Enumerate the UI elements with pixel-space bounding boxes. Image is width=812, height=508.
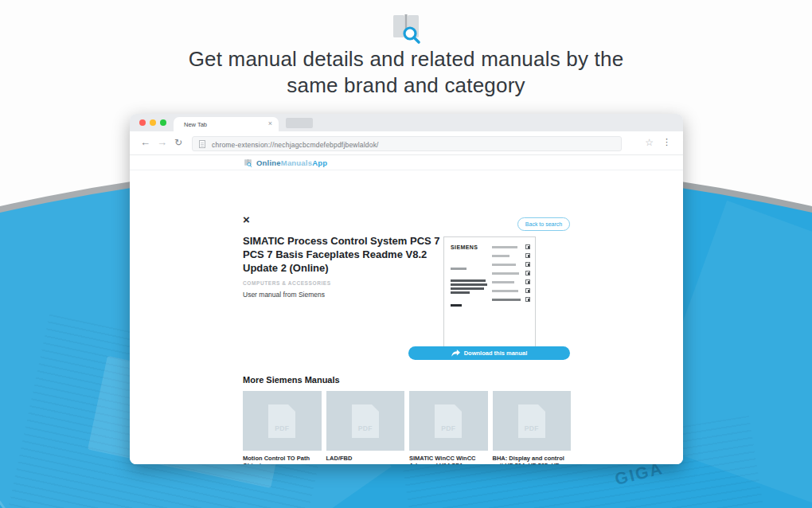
- browser-toolbar: ← → ↻ chrome-extension://nechjagcbcmdefe…: [130, 131, 683, 155]
- manual-card[interactable]: PDF BHA: Display and control unit UP 504…: [493, 391, 572, 464]
- pdf-icon: PDF: [435, 404, 462, 438]
- preview-toc-row: [492, 271, 530, 276]
- manual-detail-title: SIMATIC Process Control System PCS 7 PCS…: [243, 234, 451, 275]
- download-manual-label: Download this manual: [464, 350, 528, 357]
- browser-tab[interactable]: New Tab ×: [174, 117, 279, 131]
- window-maximize-button[interactable]: [160, 119, 166, 126]
- page-header: OnlineManualsApp: [130, 155, 683, 170]
- manual-thumbnail: PDF: [243, 391, 322, 451]
- app-logo-text: OnlineManualsApp: [256, 158, 327, 167]
- bookmark-star-icon[interactable]: ☆: [645, 137, 654, 148]
- manual-detail-category: COMPUTERS & ACCESSORIES: [243, 280, 331, 286]
- manual-thumbnail: PDF: [409, 391, 488, 451]
- logo-part-manuals: Manuals: [281, 158, 312, 167]
- browser-menu-icon[interactable]: ⋮: [662, 137, 671, 147]
- back-icon[interactable]: ←: [140, 136, 150, 148]
- preview-toc-row: [492, 297, 530, 303]
- manual-detail-subtitle: User manual from Siemens: [243, 291, 325, 299]
- manual-card[interactable]: PDF SIMATIC WinCC WinCC Advanced V14 SP1…: [409, 391, 488, 464]
- share-arrow-icon: [451, 350, 460, 357]
- preview-toc-row: [492, 253, 530, 259]
- manual-card-title: LAD/FBD: [326, 455, 405, 462]
- section-heading-siemens: More Siemens Manuals: [243, 375, 340, 385]
- app-logo[interactable]: OnlineManualsApp: [243, 158, 327, 168]
- manual-card[interactable]: PDF Motion Control TO Path Object COMPUT…: [243, 391, 322, 464]
- manual-card[interactable]: PDF LAD/FBD COMPUTERS & ACCESSORIES: [326, 391, 405, 464]
- preview-brand-text: SIEMENS: [451, 244, 478, 250]
- siemens-cards-row: PDF Motion Control TO Path Object COMPUT…: [243, 391, 571, 464]
- preview-toc-row: [492, 262, 530, 268]
- browser-window: New Tab × ← → ↻ chrome-extension://nechj…: [130, 114, 683, 464]
- manual-card-title: SIMATIC WinCC WinCC Advanced V14 SP1 - O…: [409, 455, 488, 464]
- hero-headline-line2: same brand and category: [0, 72, 812, 99]
- pdf-icon: PDF: [518, 404, 545, 438]
- screenshot-stage: GIGA Get manual details and related manu…: [0, 0, 812, 508]
- manual-card-category: COMPUTERS & ACCESSORIES: [326, 463, 405, 464]
- logo-part-online: Online: [256, 158, 281, 167]
- tab-title: New Tab: [184, 121, 207, 128]
- pdf-icon: PDF: [352, 404, 379, 438]
- app-logo-icon: [243, 158, 253, 168]
- preview-toc-row: [492, 244, 530, 250]
- manual-card-title: Motion Control TO Path Object: [243, 455, 322, 464]
- hero-headline: Get manual details and related manuals b…: [0, 46, 812, 99]
- hero-headline-line1: Get manual details and related manuals b…: [0, 46, 812, 72]
- new-tab-button[interactable]: [286, 118, 313, 128]
- extension-page: OnlineManualsApp × Back to search SIMATI…: [130, 155, 683, 464]
- address-bar[interactable]: chrome-extension://nechjagcbcmdefebpdfjb…: [192, 136, 622, 151]
- preview-toc-row: [492, 279, 530, 285]
- logo-part-app: App: [312, 158, 327, 167]
- close-icon[interactable]: ×: [243, 214, 250, 225]
- download-manual-button[interactable]: Download this manual: [408, 346, 570, 360]
- url-text: chrome-extension://nechjagcbcmdefebpdfjb…: [212, 141, 379, 149]
- reload-icon[interactable]: ↻: [174, 137, 182, 148]
- browser-tabstrip: New Tab ×: [130, 114, 683, 131]
- page-icon: [199, 140, 205, 148]
- preview-toc-row: [492, 288, 530, 294]
- manual-thumbnail: PDF: [493, 391, 572, 451]
- forward-icon[interactable]: →: [157, 136, 167, 148]
- manual-preview-image: SIEMENS: [443, 236, 536, 349]
- manual-thumbnail: PDF: [326, 391, 405, 451]
- book-search-icon: [388, 9, 424, 50]
- window-close-button[interactable]: [139, 119, 146, 126]
- tab-close-icon[interactable]: ×: [268, 119, 272, 127]
- manual-card-title: BHA: Display and control unit UP 504, UP…: [493, 455, 572, 464]
- pdf-icon: PDF: [268, 404, 295, 438]
- window-minimize-button[interactable]: [150, 119, 156, 126]
- back-to-search-button[interactable]: Back to search: [517, 217, 570, 231]
